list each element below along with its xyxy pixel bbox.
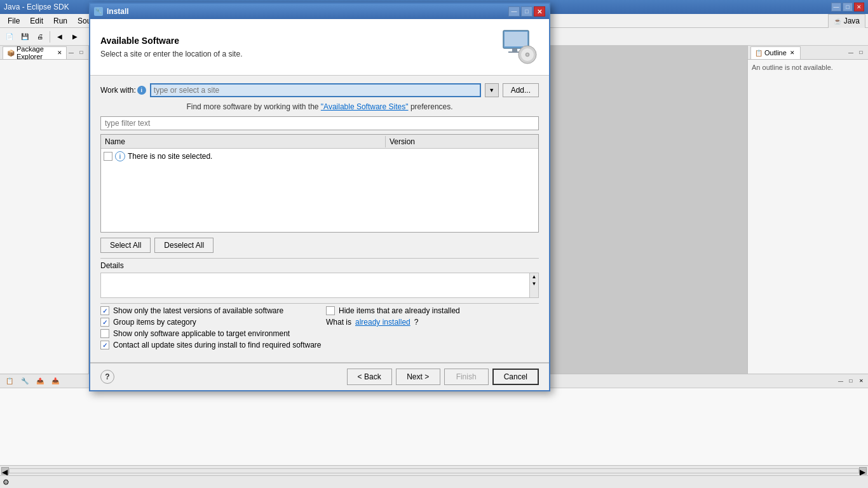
option-contact-sites-checkbox[interactable]: ✓ [100, 341, 109, 349]
dialog-overlay: 🔧 Install — □ ✕ Available Software Selec… [0, 0, 868, 488]
dialog-title-bar: 🔧 Install — □ ✕ [90, 4, 549, 19]
option-group-category-label: Group items by category [113, 318, 196, 327]
option-contact-sites-label: Contact all update sites during install … [113, 341, 322, 349]
option-what-is: What is already installed ? [326, 318, 539, 327]
table-col-name: Name [101, 136, 386, 147]
details-scroll-up[interactable]: ▲ [531, 273, 538, 280]
option-group-category-checkbox[interactable]: ✓ [100, 318, 109, 327]
next-button[interactable]: Next > [396, 369, 440, 385]
option-hide-installed-checkbox[interactable] [326, 306, 335, 315]
dialog-header-text: Available Software Select a site or ente… [100, 36, 242, 58]
divider-2 [100, 303, 539, 304]
table-row-info-icon: i [115, 151, 125, 161]
cancel-button[interactable]: Cancel [492, 369, 539, 385]
dialog-header-icon [501, 28, 539, 66]
table-header: Name Version [101, 135, 538, 149]
dialog-title-text: Install [107, 7, 129, 16]
details-scrollbar[interactable]: ▲ ▼ [529, 273, 538, 297]
dialog-maximize-btn[interactable]: □ [521, 6, 532, 17]
option-show-latest: ✓ Show only the latest versions of avail… [100, 306, 313, 315]
table-body: i There is no site selected. [101, 149, 538, 164]
option-show-applicable: Show only software applicable to target … [100, 329, 313, 338]
add-button[interactable]: Add... [503, 83, 539, 97]
no-site-message: There is no site selected. [128, 152, 212, 161]
option-show-applicable-checkbox[interactable] [100, 329, 109, 338]
dialog-minimize-btn[interactable]: — [508, 6, 520, 17]
work-with-dropdown-btn[interactable]: ▼ [485, 83, 499, 97]
footer-right: < Back Next > Finish Cancel [347, 369, 539, 385]
software-sites-row: Find more software by working with the "… [100, 102, 539, 111]
checkmark-contact-sites: ✓ [102, 342, 107, 349]
option-show-applicable-label: Show only software applicable to target … [113, 329, 290, 338]
table-col-version: Version [386, 136, 538, 147]
available-software-sites-link[interactable]: "Available Software Sites" [321, 102, 409, 111]
sites-text: Find more software by working with the [186, 102, 318, 111]
dialog-body: Work with: i ▼ Add... Find more software… [90, 76, 549, 362]
option-contact-sites: ✓ Contact all update sites during instal… [100, 341, 539, 349]
work-with-label: Work with: i [100, 86, 146, 95]
dialog-title-left: 🔧 Install [94, 7, 129, 16]
help-icon[interactable]: ? [100, 370, 114, 384]
sites-suffix: preferences. [410, 102, 453, 111]
option-group-category: ✓ Group items by category [100, 318, 313, 327]
software-table: Name Version i There is no site selected… [100, 134, 539, 233]
option-show-latest-checkbox[interactable]: ✓ [100, 306, 109, 315]
select-all-button[interactable]: Select All [100, 238, 151, 253]
dialog-title-icon: 🔧 [94, 7, 103, 16]
divider-1 [100, 258, 539, 259]
dialog-subtitle: Select a site or enter the location of a… [100, 50, 242, 58]
select-deselect-row: Select All Deselect All [100, 238, 539, 253]
dialog-footer: ? < Back Next > Finish Cancel [90, 362, 549, 390]
details-label: Details [100, 261, 539, 270]
dialog-close-btn[interactable]: ✕ [534, 6, 545, 17]
work-with-input[interactable] [150, 83, 481, 97]
deselect-all-button[interactable]: Deselect All [154, 238, 214, 253]
details-scroll-area[interactable]: ▲ ▼ [100, 273, 539, 298]
option-show-latest-label: Show only the latest versions of availab… [113, 306, 283, 315]
back-button[interactable]: < Back [347, 369, 392, 385]
finish-button[interactable]: Finish [444, 369, 489, 385]
work-with-row: Work with: i ▼ Add... [100, 83, 539, 97]
already-installed-link[interactable]: already installed [355, 318, 410, 327]
option-what-is-suffix: ? [414, 318, 419, 327]
filter-input[interactable] [100, 116, 539, 130]
option-what-is-label: What is [326, 318, 351, 327]
option-hide-installed: Hide items that are already installed [326, 306, 539, 315]
dialog-header: Available Software Select a site or ente… [90, 19, 549, 76]
dialog-win-btns: — □ ✕ [508, 6, 545, 17]
details-scroll-down[interactable]: ▼ [531, 280, 538, 287]
details-section: Details ▲ ▼ [100, 261, 539, 298]
work-with-info-icon[interactable]: i [137, 86, 146, 95]
option-hide-installed-label: Hide items that are already installed [339, 306, 460, 315]
svg-rect-1 [505, 32, 527, 46]
checkmark-show-latest: ✓ [102, 308, 107, 315]
table-row-checkbox[interactable] [104, 152, 112, 161]
checkmark-group-category: ✓ [102, 319, 107, 326]
footer-left: ? [100, 370, 114, 384]
options-grid: ✓ Show only the latest versions of avail… [100, 306, 539, 349]
svg-point-7 [527, 54, 529, 56]
dialog-main-title: Available Software [100, 36, 242, 46]
svg-rect-2 [512, 48, 517, 51]
install-dialog: 🔧 Install — □ ✕ Available Software Selec… [89, 3, 550, 391]
